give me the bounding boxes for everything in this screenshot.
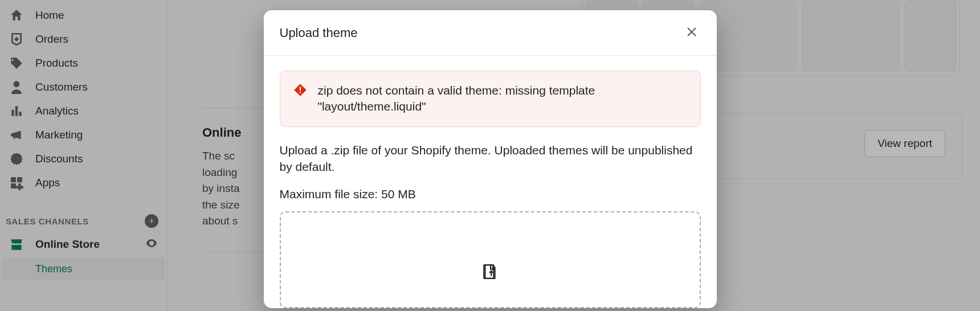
max-file-size: Maximum file size: 50 MB [280, 187, 701, 201]
upload-description: Upload a .zip file of your Shopify theme… [280, 142, 701, 175]
error-icon [293, 83, 308, 100]
svg-rect-0 [299, 87, 300, 91]
modal-overlay[interactable]: Upload theme zip does not contain a va [0, 0, 980, 311]
modal-title: Upload theme [280, 26, 358, 40]
upload-theme-modal: Upload theme zip does not contain a va [264, 10, 717, 308]
close-icon [685, 25, 699, 39]
svg-rect-1 [299, 92, 300, 93]
error-alert-text: zip does not contain a valid theme: miss… [318, 83, 688, 115]
upload-icon [482, 264, 498, 283]
file-dropzone[interactable] [280, 211, 701, 308]
close-modal-button[interactable] [683, 23, 701, 43]
error-alert: zip does not contain a valid theme: miss… [280, 71, 701, 127]
